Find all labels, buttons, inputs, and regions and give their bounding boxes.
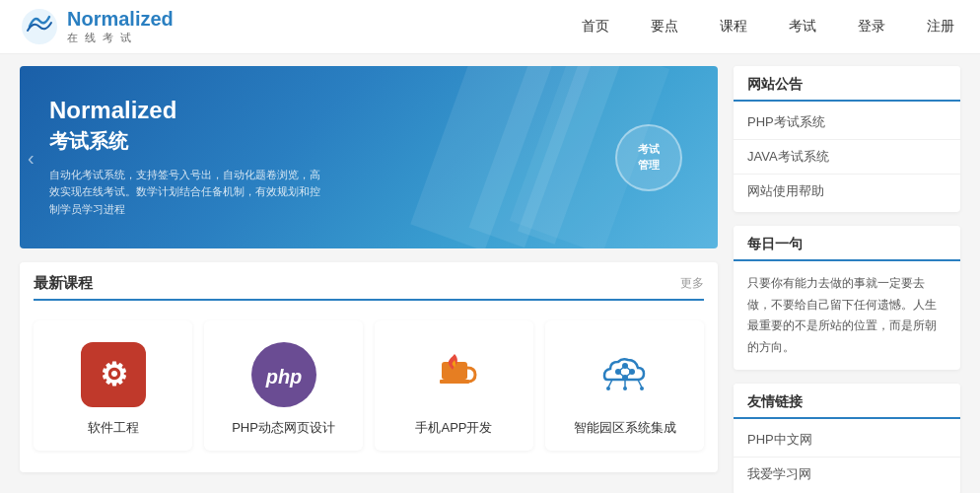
svg-line-14 (618, 372, 625, 378)
banner-title: Normalized (49, 97, 609, 124)
friend-links-body: PHP中文网 我爱学习网 (734, 419, 960, 493)
main-container: ‹ Normalized 考试系统 自动化考试系统，支持签号入号出，自动化题卷浏… (0, 54, 980, 493)
svg-line-11 (618, 366, 625, 372)
daily-quote-card: 每日一句 只要你有能力去做的事就一定要去做，不要给自己留下任何遗憾。人生最重要的… (734, 226, 960, 370)
announcement-item-1[interactable]: JAVA考试系统 (734, 140, 960, 175)
banner-desc: 自动化考试系统，支持签号入号出，自动化题卷浏览，高效实现在线考试。数学计划结合任… (49, 167, 325, 219)
courses-grid: ⚙ 软件工程 php PHP动态网页设计 (34, 311, 704, 460)
logo-text-group: Normalized 在 线 考 试 (67, 8, 174, 45)
course-card-java[interactable]: 手机APP开发 (375, 320, 533, 451)
banner-subtitle: 考试系统 (49, 128, 609, 155)
nav-points[interactable]: 要点 (645, 14, 684, 39)
friend-links-title: 友情链接 (747, 393, 803, 411)
header: Normalized 在 线 考 试 首页 要点 课程 考试 登录 注册 (0, 0, 980, 54)
course-card-sw[interactable]: ⚙ 软件工程 (34, 320, 192, 451)
svg-point-19 (623, 387, 627, 390)
nav-courses[interactable]: 课程 (714, 14, 753, 39)
svg-line-12 (625, 366, 632, 372)
course-name-java: 手机APP开发 (415, 419, 492, 437)
svg-rect-5 (440, 380, 469, 384)
course-icon-smart (591, 340, 660, 409)
daily-quote-text: 只要你有能力去做的事就一定要去做，不要给自己留下任何遗憾。人生最重要的不是所站的… (747, 276, 937, 354)
daily-quote-header: 每日一句 (734, 226, 960, 261)
friend-links-card: 友情链接 PHP中文网 我爱学习网 (734, 384, 960, 493)
announcement-header: 网站公告 (734, 66, 960, 102)
banner-badge-text: 考试 管理 (638, 142, 660, 173)
announcement-item-2[interactable]: 网站使用帮助 (734, 175, 960, 208)
announcement-card: 网站公告 PHP考试系统 JAVA考试系统 网站使用帮助 (734, 66, 960, 212)
banner-right: 考试 管理 (609, 124, 688, 191)
courses-more-link[interactable]: 更多 (680, 275, 704, 292)
svg-point-20 (640, 387, 644, 390)
banner-left: Normalized 考试系统 自动化考试系统，支持签号入号出，自动化题卷浏览，… (49, 97, 609, 219)
left-content: ‹ Normalized 考试系统 自动化考试系统，支持签号入号出，自动化题卷浏… (20, 66, 718, 493)
course-name-sw: 软件工程 (88, 419, 139, 437)
daily-quote-title: 每日一句 (747, 236, 803, 253)
main-nav: 首页 要点 课程 考试 登录 注册 (576, 14, 960, 39)
course-icon-java (420, 340, 489, 409)
banner: ‹ Normalized 考试系统 自动化考试系统，支持签号入号出，自动化题卷浏… (20, 66, 718, 248)
course-name-smart: 智能园区系统集成 (574, 419, 676, 437)
courses-section: 最新课程 更多 ⚙ 软件工程 (20, 262, 718, 472)
nav-exam[interactable]: 考试 (783, 14, 822, 39)
banner-badge[interactable]: 考试 管理 (615, 124, 682, 191)
nav-home[interactable]: 首页 (576, 14, 615, 39)
course-card-php[interactable]: php PHP动态网页设计 (204, 320, 363, 451)
svg-point-18 (606, 387, 610, 390)
course-card-smart[interactable]: 智能园区系统集成 (545, 320, 704, 451)
logo-area: Normalized 在 线 考 试 (20, 7, 174, 46)
svg-text:⚙: ⚙ (99, 357, 127, 392)
friend-link-1[interactable]: 我爱学习网 (734, 458, 960, 491)
logo-title: Normalized (67, 8, 174, 31)
courses-section-title: 最新课程 (34, 274, 93, 293)
daily-quote-body: 只要你有能力去做的事就一定要去做，不要给自己留下任何遗憾。人生最重要的不是所站的… (734, 261, 960, 370)
banner-prev-arrow[interactable]: ‹ (28, 146, 35, 169)
svg-line-13 (625, 372, 632, 378)
friend-link-0[interactable]: PHP中文网 (734, 423, 960, 458)
course-name-php: PHP动态网页设计 (232, 419, 335, 437)
svg-line-17 (638, 380, 642, 387)
svg-text:php: php (264, 366, 302, 387)
sidebar: 网站公告 PHP考试系统 JAVA考试系统 网站使用帮助 每日一句 只要你有能力… (734, 66, 960, 493)
nav-login[interactable]: 登录 (852, 14, 891, 39)
friend-links-header: 友情链接 (734, 384, 960, 419)
course-icon-php: php (249, 340, 318, 409)
announcement-body: PHP考试系统 JAVA考试系统 网站使用帮助 (734, 102, 960, 212)
logo-icon (20, 7, 59, 46)
logo-subtitle: 在 线 考 试 (67, 31, 174, 45)
course-icon-sw: ⚙ (79, 340, 148, 409)
nav-register[interactable]: 注册 (921, 14, 960, 39)
announcement-title: 网站公告 (747, 76, 803, 94)
announcement-item-0[interactable]: PHP考试系统 (734, 106, 960, 140)
courses-section-header: 最新课程 更多 (34, 274, 704, 301)
